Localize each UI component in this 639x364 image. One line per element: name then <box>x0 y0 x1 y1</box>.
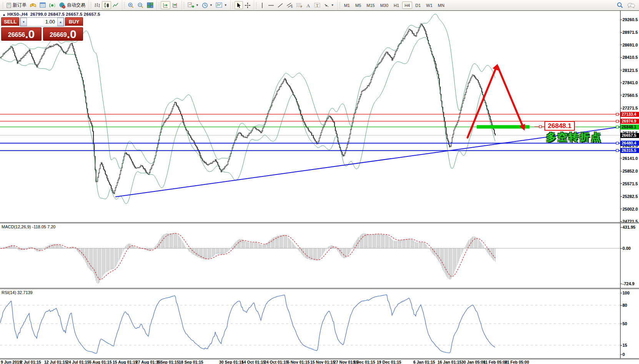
buy-price-pips: .0 <box>67 28 77 40</box>
timeframe-button-w1[interactable]: W1 <box>424 2 435 9</box>
chart-shift-button[interactable] <box>170 1 180 9</box>
highlight-price-flag[interactable]: 26848.1 <box>544 121 575 131</box>
time-axis-label: 2 Jul 01:15 <box>20 360 41 364</box>
timeframe-button-d1[interactable]: D1 <box>413 2 423 9</box>
time-axis-label: 5 Nov 01:15 <box>287 360 310 364</box>
chevron-down-icon: ▼ <box>196 3 199 7</box>
crosshair-button[interactable] <box>243 1 252 9</box>
tile-windows-icon <box>147 2 153 8</box>
timeframe-button-h1[interactable]: H1 <box>391 2 401 9</box>
chat-icon[interactable] <box>627 2 635 8</box>
candle-chart-mode-button[interactable] <box>102 1 111 9</box>
pane-divider-rsi[interactable] <box>0 288 639 289</box>
rsi-axis-label: 0 <box>622 352 625 357</box>
market-watch-button[interactable] <box>28 1 38 9</box>
new-order-button[interactable]: 新订单 <box>5 1 28 9</box>
one-click-trade-panel: SELL ▼ 1.00 ▲ BUY 26656.0 26669.0 <box>1 17 83 41</box>
timeframe-button-m15[interactable]: M15 <box>364 2 377 9</box>
add-indicator-button[interactable]: ▼ <box>186 1 200 9</box>
market-watch-icon <box>30 2 37 8</box>
time-axis-label: 6 Jan 01:15 <box>413 360 435 364</box>
price-level-label[interactable]: 26315.5 <box>621 148 639 153</box>
fibonacci-button[interactable]: F <box>295 1 304 9</box>
buy-button[interactable]: BUY <box>65 17 83 27</box>
tile-windows-button[interactable] <box>145 1 155 9</box>
pane-divider-macd[interactable] <box>0 222 639 223</box>
cursor-button[interactable] <box>235 1 243 9</box>
timeframe-button-m5[interactable]: M5 <box>353 2 363 9</box>
bar-chart-mode-button[interactable] <box>93 1 102 9</box>
level-anchor-square <box>616 142 619 145</box>
line-chart-icon <box>113 2 119 8</box>
buy-price-button[interactable]: 26669.0 <box>43 27 83 41</box>
macd-name: MACD(12,26,9) <box>2 224 31 229</box>
arrows-shapes-button[interactable]: ▼ <box>322 1 336 9</box>
price-level-label[interactable]: 26480.4 <box>621 141 639 146</box>
equidistant-channel-button[interactable]: E <box>285 1 295 9</box>
fibonacci-icon: F <box>296 2 303 8</box>
rsi-value: 32.7139 <box>17 290 33 295</box>
macd-label: MACD(12,26,9) -118.05 7.20 <box>2 224 55 229</box>
price-chart-canvas[interactable] <box>0 11 639 222</box>
volume-increase-button[interactable]: ▲ <box>57 18 64 26</box>
price-tick: 27271.5 <box>622 106 638 110</box>
time-axis[interactable]: 9 Jun 20192 Jul 01:1512 Jul 01:1524 Jul … <box>0 359 639 364</box>
toolbar-group-chart-type <box>88 0 122 10</box>
sell-button[interactable]: SELL <box>1 17 19 27</box>
vertical-line-button[interactable] <box>258 1 266 9</box>
zoom-out-icon <box>137 2 144 8</box>
vertical-line-icon <box>260 2 265 8</box>
timeframe-button-m1[interactable]: M1 <box>342 2 352 9</box>
volume-decrease-button[interactable]: ▼ <box>20 18 27 26</box>
template-button[interactable]: ▼ <box>214 1 229 9</box>
trendline-button[interactable] <box>276 1 285 9</box>
period-button[interactable]: ▼ <box>200 1 214 9</box>
search-icon[interactable] <box>617 2 623 8</box>
toolbar-group-scroll <box>156 0 181 10</box>
text-label-button[interactable]: T <box>313 1 322 9</box>
horizontal-line-button[interactable] <box>266 1 276 9</box>
auto-trading-button[interactable]: 自动交易 <box>57 1 87 9</box>
data-window-button[interactable] <box>38 1 48 9</box>
buy-price-main: 26669 <box>50 30 67 40</box>
price-level-label[interactable]: 27133.4 <box>621 112 639 117</box>
time-axis-label: 6 Sep 01:15 <box>157 360 179 364</box>
pane-divider-bottom[interactable] <box>0 358 639 359</box>
zoom-in-button[interactable] <box>126 1 136 9</box>
sell-price-button[interactable]: 26656.0 <box>1 27 42 41</box>
time-axis-label: 9 Dec 01:15 <box>353 360 375 364</box>
chart-window-border <box>0 10 639 11</box>
time-axis-label: 9 Jun 2019 <box>1 360 22 364</box>
main-toolbar: 新订单 自动交易 <box>0 0 639 10</box>
svg-text:T: T <box>316 3 318 8</box>
price-tick: 28971.5 <box>622 30 638 35</box>
level-anchor-square <box>616 113 619 116</box>
macd-pane-canvas[interactable] <box>0 223 639 288</box>
crosshair-icon <box>245 2 251 8</box>
price-tick: 28410.5 <box>622 55 638 60</box>
price-tick: 26141.0 <box>622 156 638 161</box>
timeframe-button-mn[interactable]: MN <box>436 2 447 9</box>
price-tick: 29260.5 <box>622 17 638 22</box>
volume-input[interactable]: 1.00 <box>27 18 57 26</box>
timeframe-button-m30[interactable]: M30 <box>378 2 391 9</box>
price-level-label[interactable]: 26974.9 <box>621 119 639 124</box>
toolbar-group-cursor <box>230 0 254 10</box>
line-chart-mode-button[interactable] <box>111 1 120 9</box>
timeframe-button-h4[interactable]: H4 <box>402 2 412 9</box>
time-axis-label: 18 Sep 01:15 <box>179 360 203 364</box>
time-axis-label: 15 Aug 01:15 <box>113 360 137 364</box>
symbol-marker-icon: ▲ <box>2 13 6 17</box>
indicators-icon <box>187 2 194 8</box>
sell-price-pips: .0 <box>25 28 35 40</box>
bar-chart-icon <box>94 2 100 8</box>
time-axis-label: 24 Oct 01:15 <box>264 360 288 364</box>
mt4-terminal: { "colors":{ "accent_red":"#e00000","acc… <box>0 0 639 364</box>
price-level-label[interactable]: 26848.1 <box>621 125 639 130</box>
text-button[interactable]: A <box>304 1 313 9</box>
rsi-pane-canvas[interactable] <box>0 289 639 358</box>
auto-scroll-button[interactable] <box>161 1 170 9</box>
price-level-label[interactable]: 26657.5 <box>621 133 639 138</box>
zoom-out-button[interactable] <box>136 1 145 9</box>
signals-button[interactable] <box>48 1 57 9</box>
